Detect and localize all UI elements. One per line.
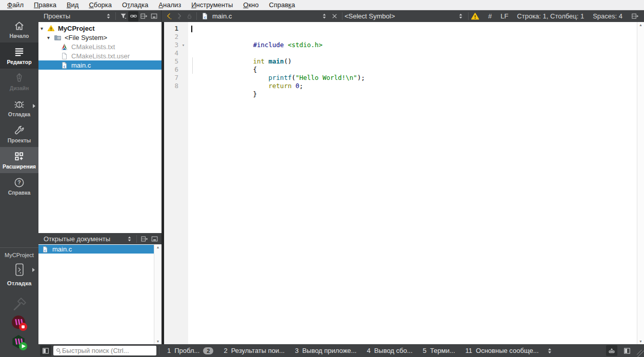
navigation-panel: MyCProject <File System> xyxy=(38,22,162,344)
line-number[interactable]: 7 xyxy=(164,74,178,82)
sidebar-mode-item[interactable]: Проекты xyxy=(0,121,38,147)
code-token: ); xyxy=(357,74,365,81)
line-number[interactable]: 1 xyxy=(164,25,178,33)
fold-marker-icon[interactable] xyxy=(178,25,188,33)
editor-scrollbar[interactable] xyxy=(637,22,644,344)
fold-marker-icon[interactable] xyxy=(178,49,188,57)
menu-item[interactable]: Анализ xyxy=(153,1,186,9)
scroll-up-icon[interactable] xyxy=(639,23,642,27)
expander-icon[interactable] xyxy=(47,35,54,40)
sidebar-mode-item[interactable]: Начало xyxy=(0,16,38,43)
fold-marker-icon[interactable] xyxy=(178,74,188,82)
document-dropdown-icon[interactable] xyxy=(319,11,330,22)
code-editor[interactable]: 1 #include <stdio.h> 2 xyxy=(164,22,637,344)
line-number[interactable]: 4 xyxy=(164,49,178,57)
line-ending-selector[interactable]: LF xyxy=(500,12,508,20)
split-panel-icon[interactable] xyxy=(139,234,149,244)
pane-selector-updown-icon[interactable] xyxy=(544,345,555,356)
close-panel-icon[interactable] xyxy=(149,11,159,22)
fold-marker-icon[interactable] xyxy=(178,66,188,74)
symbol-dropdown-icon[interactable] xyxy=(456,11,466,22)
scroll-up-icon[interactable] xyxy=(156,245,160,249)
mode-icon xyxy=(13,151,25,162)
toggle-output-pane-icon[interactable] xyxy=(606,345,617,356)
fold-marker-icon[interactable] xyxy=(178,33,188,41)
mode-icon xyxy=(13,177,25,188)
document-selector[interactable]: main.c xyxy=(200,12,319,20)
split-editor-icon[interactable] xyxy=(630,11,640,22)
mode-label: Дизайн xyxy=(10,85,29,91)
menu-item[interactable]: Справка xyxy=(264,1,300,9)
output-pane-button[interactable]: 5 Терми... xyxy=(418,344,460,357)
line-number[interactable]: 8 xyxy=(164,82,178,90)
menu-item[interactable]: Файл xyxy=(2,1,29,9)
fold-marker-icon[interactable] xyxy=(178,57,188,66)
menu-item[interactable]: Отладка xyxy=(117,1,153,9)
build-hammer-icon[interactable] xyxy=(12,297,27,312)
sidebar-mode-item[interactable]: Редактор xyxy=(0,43,38,69)
resize-grip[interactable] xyxy=(637,350,644,357)
mode-icon xyxy=(13,98,25,110)
close-panel-icon[interactable] xyxy=(149,234,159,244)
go-forward-icon[interactable] xyxy=(174,11,184,22)
scroll-down-icon[interactable] xyxy=(156,340,160,343)
tree-item-label: CMakeLists.txt xyxy=(71,43,115,51)
code-line: 8 xyxy=(164,82,637,90)
parse-warning-icon[interactable] xyxy=(471,12,479,21)
line-number[interactable]: 2 xyxy=(164,33,178,41)
panel-title[interactable]: Открытые документы xyxy=(44,235,124,243)
output-pane-button[interactable]: 11 Основные сообще... xyxy=(460,344,544,357)
panel-selector-updown-icon[interactable] xyxy=(103,11,113,22)
sidebar-mode-item[interactable]: Справка xyxy=(0,173,38,199)
c-file-icon xyxy=(201,12,209,20)
kit-selector-button[interactable] xyxy=(0,261,38,279)
scroll-down-icon[interactable] xyxy=(639,340,642,343)
symbol-selector[interactable]: <Select Symbol> xyxy=(345,11,466,22)
fold-marker-icon[interactable] xyxy=(178,41,188,49)
split-panel-icon[interactable] xyxy=(138,11,149,22)
indentation-button[interactable]: Spaces: 4 xyxy=(593,12,622,20)
menu-item[interactable]: Вид xyxy=(62,1,84,9)
code-lines: 1 #include <stdio.h> 2 xyxy=(164,22,637,90)
line-number[interactable]: 6 xyxy=(164,66,178,74)
debug-run-button[interactable] xyxy=(11,314,28,331)
open-document-label: main.c xyxy=(52,245,72,253)
panel-selector-updown-icon[interactable] xyxy=(124,234,134,244)
sidebar-mode-item[interactable]: Отладка xyxy=(0,95,38,121)
filter-icon[interactable] xyxy=(118,11,128,22)
tree-row[interactable]: CMakeLists.txt xyxy=(38,42,162,51)
output-pane-button[interactable]: 2 Результаты пои... xyxy=(218,344,290,357)
sidebar-mode-item[interactable]: Дизайн xyxy=(0,69,38,95)
toggle-left-sidebar-icon[interactable] xyxy=(40,345,51,356)
fold-marker-icon[interactable] xyxy=(178,82,188,90)
tree-row[interactable]: MyCProject xyxy=(38,24,162,33)
line-number[interactable]: 3 xyxy=(164,41,178,49)
tree-row[interactable]: CMakeLists.txt.user xyxy=(38,51,162,60)
expander-icon[interactable] xyxy=(41,26,47,31)
go-back-icon[interactable] xyxy=(164,11,174,22)
mode-label: Отладка xyxy=(8,111,30,117)
line-number[interactable]: 5 xyxy=(164,57,178,66)
sidebar-mode-item[interactable]: Расширения xyxy=(0,147,38,173)
panel-title[interactable]: Проекты xyxy=(44,12,103,20)
run-button[interactable] xyxy=(11,334,28,351)
chevron-right-icon[interactable] xyxy=(33,104,35,108)
toggle-right-sidebar-icon[interactable] xyxy=(621,345,633,356)
tree-item-label: CMakeLists.txt.user xyxy=(71,52,130,60)
tree-row[interactable]: <File System> xyxy=(38,33,162,42)
menu-item[interactable]: Инструменты xyxy=(186,1,238,9)
menu-item[interactable]: Окно xyxy=(238,1,264,9)
text-marks-toggle[interactable]: # xyxy=(488,12,492,20)
search-input[interactable] xyxy=(62,347,154,354)
output-pane-button[interactable]: 4 Вывод сбо... xyxy=(361,344,417,357)
tree-row[interactable]: main.c xyxy=(38,60,162,70)
output-pane-button[interactable]: 3 Вывод приложе... xyxy=(290,344,361,357)
sync-with-editor-icon[interactable] xyxy=(128,11,138,22)
output-pane-button[interactable]: 1 Пробл... 2 xyxy=(162,344,218,357)
menu-item[interactable]: Сборка xyxy=(84,1,117,9)
open-documents-scrollbar[interactable] xyxy=(154,244,162,344)
open-document-row[interactable]: main.c xyxy=(38,245,154,254)
menu-item[interactable]: Правка xyxy=(29,1,62,9)
close-document-icon[interactable] xyxy=(330,11,340,22)
device-icon xyxy=(13,262,26,278)
